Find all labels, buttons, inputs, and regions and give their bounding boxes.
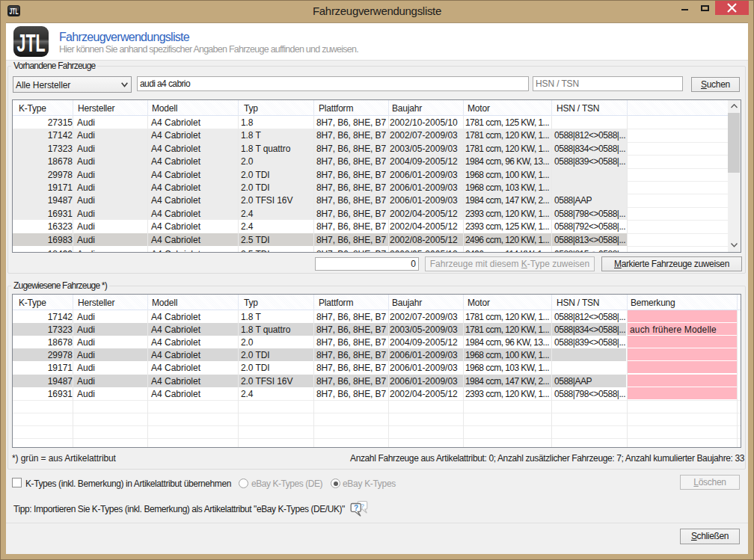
svg-text:?: ? [354, 504, 358, 512]
svg-text:JTL: JTL [17, 28, 46, 57]
